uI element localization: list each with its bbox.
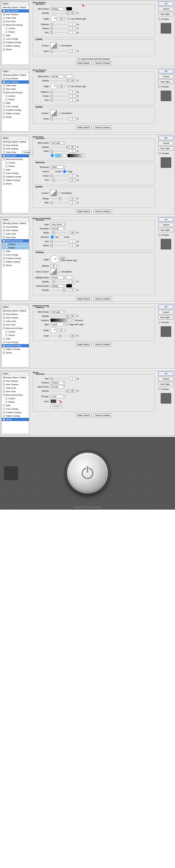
sidebar-item-texture[interactable]: Texture [2, 400, 29, 404]
sidebar-item-outer-glow[interactable]: Outer Glow [2, 84, 29, 87]
sidebar-item-outer-glow[interactable]: Outer Glow [2, 16, 29, 20]
preview-checkbox[interactable]: ✓ [158, 18, 161, 20]
antialias-checkbox[interactable] [58, 44, 60, 46]
filltype-dropdown[interactable]: Color [51, 395, 65, 398]
sidebar-item-color-overlay[interactable]: Color Overlay [2, 105, 29, 108]
size-slider[interactable] [51, 32, 68, 33]
blend-mode-dropdown[interactable]: Soft Light [51, 141, 65, 145]
sidebar-item-bevel-emboss[interactable]: ✓Bevel and Emboss [2, 91, 29, 94]
checkbox-icon[interactable] [3, 45, 5, 47]
reset-button[interactable]: Reset to Default [93, 297, 112, 301]
color-swatch[interactable] [66, 7, 72, 10]
spread-input[interactable]: 0 [69, 27, 76, 30]
sidebar-item-bevel-emboss[interactable]: ✓Bevel and Emboss [2, 158, 29, 161]
shadow-mode-dropdown[interactable]: Multiply [51, 284, 65, 287]
distance-slider[interactable] [51, 92, 68, 92]
make-default-button[interactable]: Make Default [76, 343, 92, 346]
contour-picker[interactable] [51, 110, 57, 116]
ok-button[interactable]: OK [158, 136, 174, 140]
noise-slider[interactable] [51, 119, 68, 119]
cancel-button[interactable]: Cancel [158, 223, 174, 227]
sidebar-item-texture[interactable]: Texture [2, 334, 29, 337]
ok-button[interactable]: OK [158, 1, 174, 6]
distance-slider[interactable] [51, 24, 68, 25]
sidebar-item-outer-glow[interactable]: Outer Glow [2, 232, 29, 236]
sidebar-item-satin[interactable]: Satin [2, 34, 29, 37]
angle-input[interactable]: 120 [58, 17, 64, 21]
make-default-button[interactable]: Make Default [76, 126, 92, 129]
sidebar-item-drop-shadow[interactable]: ✓Drop Shadow [2, 77, 29, 81]
sidebar-item-contour[interactable]: Contour [2, 397, 29, 400]
blend-mode-dropdown[interactable]: Normal [51, 75, 65, 78]
sidebar-item-pattern-overlay[interactable]: Pattern Overlay [2, 44, 29, 48]
size-input[interactable]: 1 [69, 31, 76, 34]
choke-slider[interactable] [51, 96, 68, 96]
style-dropdown[interactable]: Inner Bevel [51, 223, 66, 226]
sidebar-item-drop-shadow[interactable]: ✓Drop Shadow [2, 313, 29, 316]
sidebar-item-gradient-overlay[interactable]: ✓Gradient Overlay [2, 41, 29, 44]
checkbox-icon[interactable] [3, 34, 5, 36]
sidebar-item-gradient-overlay[interactable]: ✓Gradient Overlay [2, 175, 29, 179]
sidebar-item-inner-glow[interactable]: ✓Inner Glow [2, 87, 29, 91]
technique-dropdown[interactable]: Smooth [51, 227, 65, 230]
sidebar-blending-options[interactable]: Blending Options: Default [2, 140, 29, 144]
sidebar-item-gradient-overlay[interactable]: ✓Gradient Overlay [2, 257, 29, 260]
sidebar-item-color-overlay[interactable]: Color Overlay [2, 37, 29, 41]
ok-button[interactable]: OK [158, 69, 174, 73]
sidebar-item-texture[interactable]: Texture [2, 165, 29, 168]
new-style-button[interactable]: New Style... [158, 382, 174, 386]
ok-button[interactable]: OK [158, 305, 174, 309]
sidebar-item-satin[interactable]: Satin [2, 337, 29, 341]
checkbox-icon[interactable]: ✓ [3, 49, 5, 51]
sidebar-item-inner-shadow[interactable]: ✓Inner Shadow [2, 81, 29, 84]
sidebar-item-color-overlay[interactable]: Color Overlay [2, 341, 29, 344]
sidebar-item-pattern-overlay[interactable]: Pattern Overlay [2, 179, 29, 182]
shadow-color-swatch[interactable] [66, 284, 72, 287]
cancel-button[interactable]: Cancel [158, 377, 174, 381]
sidebar-item-gradient-overlay[interactable]: ✓Gradient Overlay [2, 411, 29, 414]
sidebar-item-satin[interactable]: Satin [2, 101, 29, 105]
position-dropdown[interactable]: Outside [51, 381, 65, 384]
noise-input[interactable]: 0 [69, 50, 76, 53]
make-default-button[interactable]: Make Default [76, 210, 92, 213]
sidebar-item-outer-glow[interactable]: Outer Glow [2, 320, 29, 323]
sidebar-item-pattern-overlay[interactable]: Pattern Overlay [2, 112, 29, 115]
sidebar-item-inner-glow[interactable]: ✓Inner Glow [2, 154, 29, 158]
sidebar-item-stroke[interactable]: ✓Stroke [2, 115, 29, 119]
sidebar-item-satin[interactable]: Satin [2, 404, 29, 407]
sidebar-item-gradient-overlay[interactable]: ✓Gradient Overlay [2, 108, 29, 112]
reset-button[interactable]: Reset to Default [93, 126, 112, 129]
new-style-button[interactable]: New Style... [158, 146, 174, 151]
sidebar-item-stroke[interactable]: ✓Stroke [2, 264, 29, 267]
sidebar-item-inner-shadow[interactable]: ✓Inner Shadow [2, 147, 29, 151]
make-default-button[interactable]: Make Default [76, 297, 92, 301]
sidebar-blending-options[interactable]: Blending Options: Default [2, 222, 29, 225]
sidebar-item-inner-glow[interactable]: ✓Inner Glow [2, 236, 29, 239]
new-style-button[interactable]: New Style... [158, 228, 174, 232]
ok-button[interactable]: OK [158, 217, 174, 222]
checkbox-icon[interactable]: ✓ [3, 13, 5, 16]
checkbox-icon[interactable] [5, 31, 7, 33]
sidebar-item-inner-shadow[interactable]: ✓Inner Shadow [2, 383, 29, 386]
highlight-color-swatch[interactable] [66, 276, 72, 279]
opacity-slider[interactable] [51, 81, 68, 81]
opacity-input[interactable]: 100 [69, 11, 76, 14]
blend-mode-dropdown[interactable]: Multiply [51, 7, 65, 10]
sidebar-item-stroke[interactable]: ✓Stroke [2, 418, 29, 421]
sidebar-item-pattern-overlay[interactable]: Pattern Overlay [2, 260, 29, 264]
gradient-picker[interactable] [51, 318, 71, 322]
angle-dial[interactable] [51, 255, 59, 264]
source-center-radio[interactable] [51, 169, 54, 174]
sidebar-item-stroke[interactable]: ✓Stroke [2, 182, 29, 186]
highlight-mode-dropdown[interactable]: Screen [51, 276, 65, 279]
stroke-color-swatch[interactable] [51, 400, 56, 403]
sidebar-item-pattern-overlay[interactable]: Pattern Overlay [2, 414, 29, 418]
sidebar-item-contour[interactable]: Contour [2, 27, 29, 30]
angle-dial[interactable] [51, 16, 57, 22]
sidebar-blending-options[interactable]: Blending Options: Default [2, 376, 29, 379]
checkbox-icon[interactable]: ✓ [3, 24, 5, 26]
sidebar-item-color-overlay[interactable]: Color Overlay [2, 253, 29, 257]
cancel-button[interactable]: Cancel [158, 74, 174, 79]
gradient-radio[interactable] [62, 154, 66, 157]
noise-slider[interactable] [51, 151, 68, 152]
